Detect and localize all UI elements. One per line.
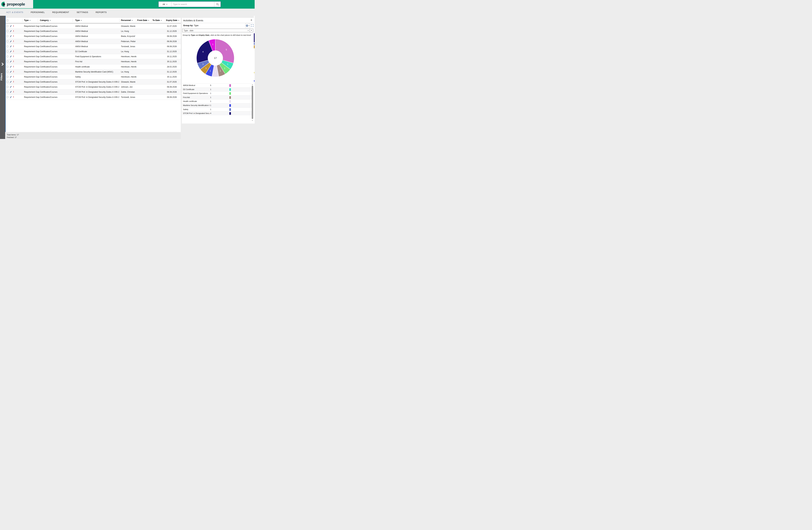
column-header-personnel[interactable]: Personnel▼ — [121, 19, 133, 22]
column-header-type2[interactable]: Type▼ — [75, 19, 82, 22]
cell-type2: D2 Certificate — [75, 51, 87, 53]
legend-row[interactable]: Maritime Security Identification C1 — [182, 103, 252, 108]
row-checkbox[interactable] — [6, 71, 8, 73]
edit-icon[interactable] — [10, 96, 12, 99]
row-checkbox[interactable] — [6, 86, 8, 88]
cell-expiry-date: 31.12.2025 — [165, 51, 177, 53]
table-row[interactable]: !Requirement GapCertificates/CoursesAMSA… — [6, 29, 181, 34]
table-row[interactable]: !Requirement GapCertificates/CoursesSTCW… — [6, 84, 181, 89]
edit-icon[interactable] — [10, 55, 12, 58]
table-row[interactable]: !Requirement GapCertificates/CoursesAMSA… — [6, 34, 181, 39]
alert-exclamation-icon: ! — [13, 81, 14, 83]
close-icon[interactable]: × — [250, 18, 252, 22]
row-checkbox[interactable] — [6, 25, 8, 27]
scrollbar-thumb[interactable] — [252, 86, 253, 119]
legend-color-swatch — [229, 104, 231, 107]
row-checkbox[interactable] — [6, 96, 8, 98]
legend-row[interactable]: First Aid1 — [182, 95, 252, 99]
segment-value-label: 1 — [212, 43, 213, 45]
legend-row[interactable]: Field Equipment & Operations1 — [182, 91, 252, 95]
nav-item-requirement[interactable]: REQUIREMENT — [52, 11, 69, 14]
legend-row[interactable]: AMSA Medical5 — [182, 83, 252, 87]
legend-row[interactable]: Safety1 — [182, 108, 252, 111]
sort-caret-icon: ▼ — [81, 20, 82, 21]
select-dropdown-button[interactable]: ▼ — [250, 29, 253, 32]
legend-row[interactable]: Health certificate1 — [182, 99, 252, 103]
activities-events-panel: Activities & Events × Group by:Type ▼ — [182, 18, 254, 124]
row-checkbox[interactable] — [6, 91, 8, 93]
column-header-to-date[interactable]: To Date▼ — [153, 19, 162, 22]
table-row[interactable]: !Requirement GapCertificates/CoursesAMSA… — [6, 39, 181, 44]
chevron-right-icon — [1, 62, 4, 67]
clear-icon[interactable]: × — [247, 29, 249, 32]
nav-item-personnel[interactable]: PERSONNEL — [31, 11, 45, 14]
nav-item-reports[interactable]: REPORTS — [96, 11, 107, 14]
table-row[interactable]: !Requirement GapCertificates/CoursesHeal… — [6, 64, 181, 69]
cell-type2: Field Equipment & Operations — [75, 55, 101, 58]
legend-color-swatch — [229, 92, 231, 95]
cell-personnel: Henriksen, Henrik — [121, 76, 136, 78]
nav-item-act-events[interactable]: ACT. & EVENTS — [6, 11, 23, 14]
table-row[interactable]: !Requirement GapCertificates/CoursesFiel… — [6, 54, 181, 59]
legend-row[interactable]: D2 Certificate1 — [182, 87, 252, 92]
cell-type: Requirement Gap — [24, 30, 40, 32]
row-checkbox[interactable] — [6, 56, 8, 57]
cell-type: Requirement Gap — [24, 25, 40, 27]
edit-icon[interactable] — [10, 35, 12, 38]
table-row[interactable]: !Requirement GapCertificates/CoursesFirs… — [6, 59, 181, 64]
search-input[interactable] — [172, 2, 214, 7]
select-all-checkbox[interactable] — [6, 19, 8, 21]
table-row[interactable]: !Requirement GapCertificates/CoursesSTCW… — [6, 80, 181, 84]
logo[interactable]: propeople — [0, 0, 33, 8]
edit-icon[interactable] — [10, 45, 12, 48]
row-checkbox[interactable] — [6, 76, 8, 78]
group-by-select[interactable]: Type - date × ▼ — [182, 29, 253, 32]
clipped-chart-fragment — [254, 45, 255, 48]
edit-icon[interactable] — [10, 75, 12, 79]
table-row[interactable]: !Requirement GapCertificates/CoursesSTCW… — [6, 89, 181, 95]
chart-settings-button[interactable]: ▼ — [245, 24, 250, 28]
nav-item-settings[interactable]: SETTINGS — [77, 11, 88, 14]
filters-panel-toggle[interactable]: Filters — [0, 16, 5, 139]
edit-icon[interactable] — [10, 86, 12, 88]
scroll-up-icon[interactable]: ▲ — [252, 84, 253, 85]
row-checkbox[interactable] — [6, 61, 8, 62]
column-header-expiry-date[interactable]: Expiry Date▼ — [166, 19, 179, 22]
search-scope-value: All — [162, 3, 165, 5]
row-checkbox[interactable] — [6, 41, 8, 42]
edit-icon[interactable] — [10, 71, 12, 73]
table-row[interactable]: !Requirement GapCertificates/CoursesAMSA… — [6, 44, 181, 49]
edit-icon[interactable] — [10, 40, 12, 43]
table-row[interactable]: !Requirement GapCertificates/CoursesSTCW… — [6, 95, 181, 100]
row-checkbox[interactable] — [6, 51, 8, 52]
row-checkbox[interactable] — [6, 35, 8, 37]
edit-icon[interactable] — [10, 30, 12, 33]
edit-icon[interactable] — [10, 81, 12, 84]
row-checkbox[interactable] — [6, 45, 8, 47]
edit-icon[interactable] — [10, 66, 12, 68]
search-scope-dropdown[interactable]: All ▼ — [159, 2, 172, 7]
table-row[interactable]: !Requirement GapCertificates/CoursesSafe… — [6, 74, 181, 80]
edit-icon[interactable] — [10, 25, 12, 28]
cell-expiry-date: 06.08.2026 — [165, 35, 177, 37]
column-header-from-date[interactable]: From Date▼ — [137, 19, 149, 22]
column-header-category[interactable]: Category▼ — [40, 19, 51, 22]
column-header-type[interactable]: Type▼ — [24, 19, 30, 22]
edit-icon[interactable] — [10, 50, 12, 53]
legend-row[interactable]: STCW Prof. in Designated Security4 — [182, 111, 252, 115]
row-checkbox[interactable] — [6, 81, 8, 83]
chevron-down-icon: ▼ — [166, 4, 168, 5]
cell-expiry-date: 31.07.2025 — [165, 81, 177, 83]
table-row[interactable]: !Requirement GapCertificates/CoursesD2 C… — [6, 49, 181, 54]
sort-caret-icon: ▼ — [29, 20, 30, 21]
expand-icon[interactable] — [251, 24, 253, 27]
edit-icon[interactable] — [10, 60, 12, 63]
table-row[interactable]: !Requirement GapCertificates/CoursesAMSA… — [6, 24, 181, 29]
donut-segment[interactable] — [215, 39, 234, 63]
edit-icon[interactable] — [10, 91, 12, 94]
scroll-down-icon[interactable]: ▼ — [252, 120, 253, 121]
table-row[interactable]: !Requirement GapCertificates/CoursesMari… — [6, 69, 181, 74]
row-checkbox[interactable] — [6, 66, 8, 68]
row-checkbox[interactable] — [6, 30, 8, 32]
search-button[interactable] — [214, 2, 220, 7]
